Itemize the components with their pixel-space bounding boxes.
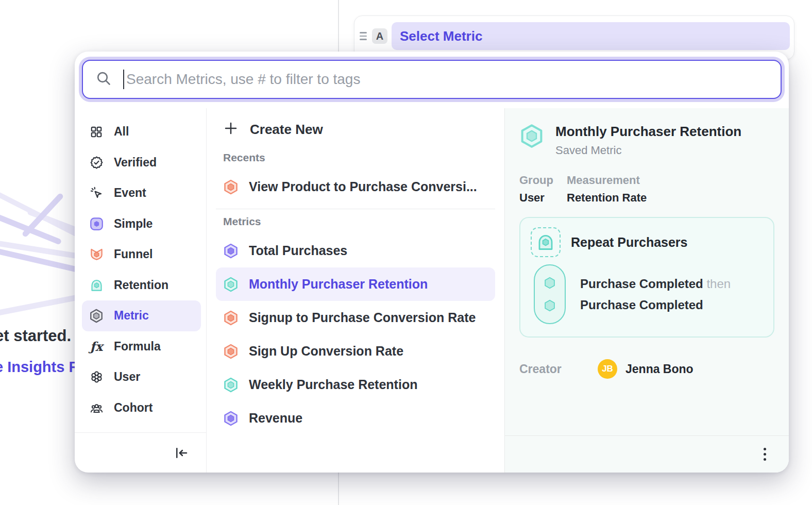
group-value: User bbox=[519, 191, 553, 205]
group-field: Group User bbox=[519, 174, 553, 205]
collapse-sidebar-icon[interactable] bbox=[171, 443, 192, 463]
step-hexagon-icon bbox=[543, 276, 556, 290]
metric-list-item[interactable]: Sign Up Conversion Rate bbox=[216, 334, 495, 368]
verified-seal-icon bbox=[89, 155, 104, 170]
search-input[interactable] bbox=[126, 71, 781, 88]
funnel-metric-hexagon-icon bbox=[223, 344, 239, 359]
step-connector: then bbox=[706, 277, 731, 291]
measurement-value: Retention Rate bbox=[567, 191, 647, 205]
sidebar-item-retention[interactable]: Retention bbox=[82, 270, 201, 301]
sidebar-footer bbox=[75, 432, 206, 473]
sidebar-item-funnel[interactable]: Funnel bbox=[82, 239, 201, 270]
sidebar-item-all[interactable]: All bbox=[82, 116, 201, 147]
sidebar-item-metric[interactable]: Metric bbox=[82, 300, 201, 331]
metric-list-item-label: Signup to Purchase Conversion Rate bbox=[249, 310, 476, 325]
more-options-icon[interactable] bbox=[759, 444, 770, 465]
metric-list-item[interactable]: Total Purchases bbox=[216, 234, 495, 267]
simple-icon bbox=[89, 216, 104, 231]
background-heading: et started. bbox=[0, 327, 71, 345]
metric-list-item-label: Revenue bbox=[249, 411, 302, 426]
formula-fx-icon: ƒx bbox=[89, 339, 104, 354]
cohort-people-icon bbox=[89, 400, 104, 415]
metric-list-item[interactable]: Signup to Purchase Conversion Rate bbox=[216, 301, 495, 334]
recents-section-label: Recents bbox=[216, 152, 495, 164]
saved-definition-title: Repeat Purchasers bbox=[571, 235, 688, 250]
text-caret bbox=[123, 70, 124, 89]
retention-icon bbox=[89, 278, 104, 292]
group-label: Group bbox=[519, 174, 553, 187]
sidebar-item-label: Simple bbox=[114, 217, 153, 231]
select-metric-label: Select Metric bbox=[400, 28, 482, 44]
sidebar-item-label: Retention bbox=[114, 278, 168, 292]
metric-detail-subtitle: Saved Metric bbox=[555, 144, 741, 157]
funnel-icon bbox=[89, 247, 104, 262]
step-1-label: Purchase Completed bbox=[580, 277, 703, 291]
step-hexagon-icon bbox=[543, 299, 556, 312]
metric-detail-title: Monthly Purchaser Retention bbox=[555, 124, 741, 140]
search-icon bbox=[95, 70, 112, 89]
recent-item-label: View Product to Purchase Conversi... bbox=[249, 179, 477, 194]
metric-list-item[interactable]: Weekly Purchase Retention bbox=[216, 368, 495, 401]
sidebar-item-verified[interactable]: Verified bbox=[82, 147, 201, 178]
sidebar-item-label: Event bbox=[114, 186, 146, 200]
measurement-field: Measurement Retention Rate bbox=[567, 174, 647, 205]
sidebar-item-label: Formula bbox=[114, 340, 161, 354]
sidebar-item-label: User bbox=[114, 370, 140, 384]
drag-handle-icon[interactable] bbox=[360, 32, 370, 40]
sidebar-item-simple[interactable]: Simple bbox=[82, 209, 201, 240]
creator-name: Jenna Bono bbox=[625, 362, 693, 376]
create-new-label: Create New bbox=[250, 122, 323, 138]
simple-metric-hexagon-icon bbox=[223, 411, 239, 426]
measurement-label: Measurement bbox=[567, 174, 647, 187]
funnel-metric-hexagon-icon bbox=[223, 310, 239, 326]
metric-list-item-label: Monthly Purchaser Retention bbox=[249, 277, 428, 292]
step-2-label: Purchase Completed bbox=[580, 294, 731, 315]
retention-metric-hexagon-icon bbox=[223, 277, 239, 292]
retention-metric-hexagon-icon bbox=[223, 377, 239, 393]
metric-selector-modal: All Verified bbox=[75, 52, 789, 473]
funnel-steps-pill bbox=[534, 264, 566, 324]
metric-list-item-label: Weekly Purchase Retention bbox=[249, 377, 417, 392]
plus-icon bbox=[223, 121, 239, 138]
funnel-metric-hexagon-icon bbox=[223, 179, 239, 195]
metrics-list-panel: Create New Recents View Product to Purch… bbox=[207, 108, 504, 473]
recent-item[interactable]: View Product to Purchase Conversi... bbox=[216, 170, 495, 204]
screen: et started. e Insights Re A Select Metri… bbox=[0, 0, 812, 505]
sidebar-item-label: Metric bbox=[114, 309, 149, 323]
creator-avatar: JB bbox=[598, 359, 617, 379]
filter-sidebar: All Verified bbox=[75, 108, 207, 473]
repeat-purchasers-icon bbox=[531, 227, 561, 257]
sidebar-item-formula[interactable]: ƒx Formula bbox=[82, 331, 201, 362]
creator-row: Creator JB Jenna Bono bbox=[519, 359, 774, 379]
metric-hexagon-icon bbox=[89, 309, 104, 323]
sidebar-item-user[interactable]: User bbox=[82, 362, 201, 393]
sidebar-item-event[interactable]: Event bbox=[82, 178, 201, 209]
creator-label: Creator bbox=[519, 362, 598, 376]
sidebar-item-label: All bbox=[114, 125, 129, 139]
search-bar bbox=[82, 60, 782, 99]
metric-detail-panel: Monthly Purchaser Retention Saved Metric… bbox=[504, 108, 789, 473]
sidebar-item-label: Funnel bbox=[114, 247, 153, 261]
metric-list-item-selected[interactable]: Monthly Purchaser Retention bbox=[216, 267, 495, 301]
metrics-section-label: Metrics bbox=[216, 215, 495, 228]
sidebar-item-cohort[interactable]: Cohort bbox=[82, 393, 201, 424]
saved-definition-card: Repeat Purchasers bbox=[519, 217, 774, 338]
detail-footer bbox=[505, 435, 789, 473]
event-cursor-icon bbox=[89, 186, 104, 200]
simple-metric-hexagon-icon bbox=[223, 243, 239, 259]
sidebar-item-label: Verified bbox=[114, 156, 157, 170]
saved-metric-hexagon-icon bbox=[519, 124, 544, 157]
user-cluster-icon bbox=[89, 370, 104, 384]
metric-list-item[interactable]: Revenue bbox=[216, 401, 495, 435]
select-metric-button[interactable]: Select Metric bbox=[392, 22, 790, 50]
list-divider bbox=[216, 209, 495, 209]
decoration-line bbox=[21, 193, 64, 238]
grid-icon bbox=[89, 125, 104, 139]
series-badge: A bbox=[372, 28, 387, 44]
metric-list-item-label: Sign Up Conversion Rate bbox=[249, 344, 403, 359]
create-new-button[interactable]: Create New bbox=[216, 114, 495, 144]
sidebar-item-label: Cohort bbox=[114, 401, 153, 415]
metric-list-item-label: Total Purchases bbox=[249, 243, 347, 258]
